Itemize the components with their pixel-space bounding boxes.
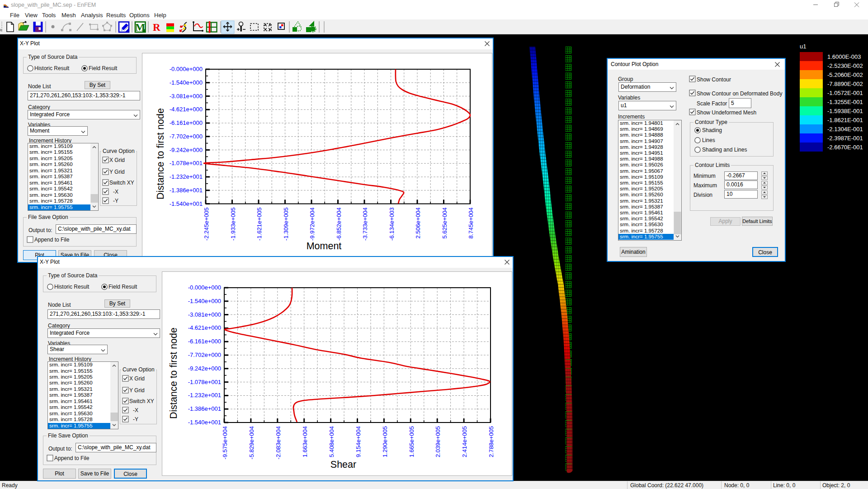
svg-text:-9.242e+000: -9.242e+000 — [170, 147, 203, 153]
svg-text:9.154e+004: 9.154e+004 — [355, 426, 362, 457]
svg-text:-6.852e+004: -6.852e+004 — [335, 208, 342, 241]
svg-text:-4.621e+000: -4.621e+000 — [188, 324, 221, 331]
svg-text:-6.161e+000: -6.161e+000 — [188, 338, 221, 345]
svg-text:5.408e+004: 5.408e+004 — [328, 426, 335, 457]
svg-text:-4.621e+000: -4.621e+000 — [170, 106, 203, 113]
svg-text:Moment: Moment — [307, 241, 342, 252]
svg-text:2.039e+005: 2.039e+005 — [434, 426, 441, 457]
svg-text:-0.000e+000: -0.000e+000 — [170, 66, 203, 72]
svg-text:-1.540e+001: -1.540e+001 — [170, 200, 203, 207]
svg-text:-1.540e+000: -1.540e+000 — [170, 79, 203, 86]
svg-text:-3.081e+000: -3.081e+000 — [170, 93, 203, 100]
svg-text:-3.733e+004: -3.733e+004 — [362, 208, 368, 241]
svg-text:-2.083e+004: -2.083e+004 — [275, 426, 282, 459]
svg-text:-9.972e+004: -9.972e+004 — [309, 208, 316, 241]
svg-text:-5.829e+004: -5.829e+004 — [248, 426, 255, 459]
svg-text:-1.078e+001: -1.078e+001 — [188, 379, 221, 385]
svg-text:-2.245e+005: -2.245e+005 — [203, 208, 210, 241]
svg-text:-1.933e+005: -1.933e+005 — [230, 208, 236, 241]
svg-text:-1.232e+001: -1.232e+001 — [170, 173, 203, 180]
svg-text:8.745e+004: 8.745e+004 — [467, 208, 474, 239]
svg-text:-3.081e+000: -3.081e+000 — [188, 311, 221, 318]
svg-text:-1.386e+001: -1.386e+001 — [170, 187, 203, 194]
svg-text:R: R — [153, 22, 160, 33]
svg-text:-1.540e+000: -1.540e+000 — [188, 298, 221, 304]
svg-text:-1.078e+001: -1.078e+001 — [170, 160, 203, 166]
svg-text:1.663e+004: 1.663e+004 — [302, 426, 308, 457]
svg-text:-9.575e+004: -9.575e+004 — [222, 426, 228, 459]
svg-text:-7.702e+000: -7.702e+000 — [170, 133, 203, 140]
svg-text:-0.000e+000: -0.000e+000 — [188, 284, 221, 291]
svg-text:1.665e+005: 1.665e+005 — [408, 426, 415, 457]
svg-text:1.290e+005: 1.290e+005 — [382, 426, 388, 457]
svg-text:Distance to first node: Distance to first node — [155, 108, 166, 199]
svg-text:2.414e+005: 2.414e+005 — [461, 426, 468, 457]
svg-text:-7.702e+000: -7.702e+000 — [188, 351, 221, 358]
svg-text:-1.386e+001: -1.386e+001 — [188, 405, 221, 412]
svg-text:-6.134e+003: -6.134e+003 — [388, 208, 395, 241]
svg-text:-1.621e+005: -1.621e+005 — [256, 208, 263, 241]
svg-text:-9.242e+000: -9.242e+000 — [188, 365, 221, 372]
svg-text:-1.232e+001: -1.232e+001 — [188, 392, 221, 399]
svg-text:2.506e+004: 2.506e+004 — [415, 208, 421, 239]
svg-text:2.788e+005: 2.788e+005 — [488, 426, 495, 457]
svg-text:Distance to first node: Distance to first node — [168, 328, 179, 419]
svg-text:5.625e+004: 5.625e+004 — [441, 208, 448, 239]
svg-text:-1.309e+005: -1.309e+005 — [283, 208, 289, 241]
svg-text:-1.540e+001: -1.540e+001 — [188, 419, 221, 426]
svg-text:Shear: Shear — [330, 459, 356, 470]
svg-text:-6.161e+000: -6.161e+000 — [170, 119, 203, 126]
